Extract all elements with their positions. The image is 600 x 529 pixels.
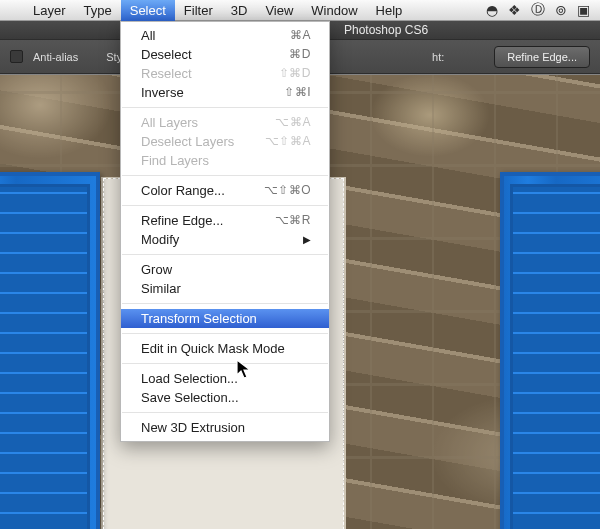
- menu-item-shortcut: ⌥⌘A: [275, 113, 311, 132]
- menu-item-label: Inverse: [141, 83, 184, 102]
- photo-shutter-right: [500, 172, 600, 529]
- menu-separator: [122, 205, 328, 206]
- menu-item-all-layers: All Layers ⌥⌘A: [121, 113, 329, 132]
- menu-select[interactable]: Select: [121, 0, 175, 21]
- cloud-upload-icon[interactable]: ◓: [486, 2, 498, 18]
- photo-shutter-left: [0, 172, 100, 529]
- menu-item-load-selection[interactable]: Load Selection...: [121, 369, 329, 388]
- menu-item-label: Reselect: [141, 64, 192, 83]
- menu-item-label: Grow: [141, 260, 172, 279]
- menu-item-label: Modify: [141, 230, 179, 249]
- menu-item-modify[interactable]: Modify ▶: [121, 230, 329, 249]
- select-menu-dropdown: All ⌘A Deselect ⌘D Reselect ⇧⌘D Inverse …: [120, 21, 330, 442]
- menu-item-color-range[interactable]: Color Range... ⌥⇧⌘O: [121, 181, 329, 200]
- menu-item-save-selection[interactable]: Save Selection...: [121, 388, 329, 407]
- menu-window[interactable]: Window: [302, 0, 366, 21]
- dropbox-icon[interactable]: ❖: [508, 2, 521, 18]
- menu-item-deselect-layers: Deselect Layers ⌥⇧⌘A: [121, 132, 329, 151]
- menu-item-inverse[interactable]: Inverse ⇧⌘I: [121, 83, 329, 102]
- menu-item-shortcut: ⌥⇧⌘A: [265, 132, 311, 151]
- menu-item-transform-selection[interactable]: Transform Selection: [121, 309, 329, 328]
- menu-item-all[interactable]: All ⌘A: [121, 26, 329, 45]
- menu-item-label: All: [141, 26, 155, 45]
- menu-item-label: All Layers: [141, 113, 198, 132]
- menu-item-label: Load Selection...: [141, 369, 238, 388]
- menubar: Layer Type Select Filter 3D View Window …: [0, 0, 600, 21]
- menu-view[interactable]: View: [256, 0, 302, 21]
- menu-separator: [122, 107, 328, 108]
- menu-item-find-layers: Find Layers: [121, 151, 329, 170]
- menu-item-quick-mask[interactable]: Edit in Quick Mask Mode: [121, 339, 329, 358]
- menu-item-shortcut: ⌥⌘R: [275, 211, 311, 230]
- menu-item-label: Refine Edge...: [141, 211, 223, 230]
- menu-item-label: Color Range...: [141, 181, 225, 200]
- refine-edge-button[interactable]: Refine Edge...: [494, 46, 590, 68]
- menu-layer[interactable]: Layer: [24, 0, 75, 21]
- menu-separator: [122, 412, 328, 413]
- creative-cloud-icon[interactable]: ⊚: [555, 2, 567, 18]
- menu-separator: [122, 254, 328, 255]
- menu-type[interactable]: Type: [75, 0, 121, 21]
- menu-item-refine-edge[interactable]: Refine Edge... ⌥⌘R: [121, 211, 329, 230]
- menu-item-deselect[interactable]: Deselect ⌘D: [121, 45, 329, 64]
- menu-item-label: Deselect: [141, 45, 192, 64]
- menu-item-label: Edit in Quick Mask Mode: [141, 339, 285, 358]
- menu-item-shortcut: ⇧⌘I: [284, 83, 311, 102]
- menu-item-label: Deselect Layers: [141, 132, 234, 151]
- pen-circle-icon[interactable]: Ⓓ: [531, 1, 545, 19]
- menu-item-shortcut: ⌘A: [290, 26, 311, 45]
- menu-item-shortcut: ⌥⇧⌘O: [264, 181, 311, 200]
- menu-item-shortcut: ⇧⌘D: [279, 64, 311, 83]
- menu-item-shortcut: ⌘D: [289, 45, 311, 64]
- menu-3d[interactable]: 3D: [222, 0, 257, 21]
- anti-alias-checkbox[interactable]: [10, 50, 23, 63]
- menu-item-grow[interactable]: Grow: [121, 260, 329, 279]
- menu-item-label: Transform Selection: [141, 309, 257, 328]
- menu-separator: [122, 333, 328, 334]
- menu-separator: [122, 363, 328, 364]
- anti-alias-label: Anti-alias: [33, 51, 78, 63]
- menu-separator: [122, 303, 328, 304]
- height-label-fragment: ht:: [432, 51, 444, 63]
- menu-item-similar[interactable]: Similar: [121, 279, 329, 298]
- airplay-icon[interactable]: ▣: [577, 2, 590, 18]
- menubar-extras: ◓ ❖ Ⓓ ⊚ ▣: [486, 1, 594, 19]
- menu-item-reselect: Reselect ⇧⌘D: [121, 64, 329, 83]
- menu-item-new-3d-extrusion[interactable]: New 3D Extrusion: [121, 418, 329, 437]
- menu-help[interactable]: Help: [367, 0, 412, 21]
- menu-separator: [122, 175, 328, 176]
- menu-item-label: New 3D Extrusion: [141, 418, 245, 437]
- submenu-arrow-icon: ▶: [303, 230, 311, 249]
- menu-item-label: Find Layers: [141, 151, 209, 170]
- menu-filter[interactable]: Filter: [175, 0, 222, 21]
- menu-item-label: Similar: [141, 279, 181, 298]
- menu-item-label: Save Selection...: [141, 388, 239, 407]
